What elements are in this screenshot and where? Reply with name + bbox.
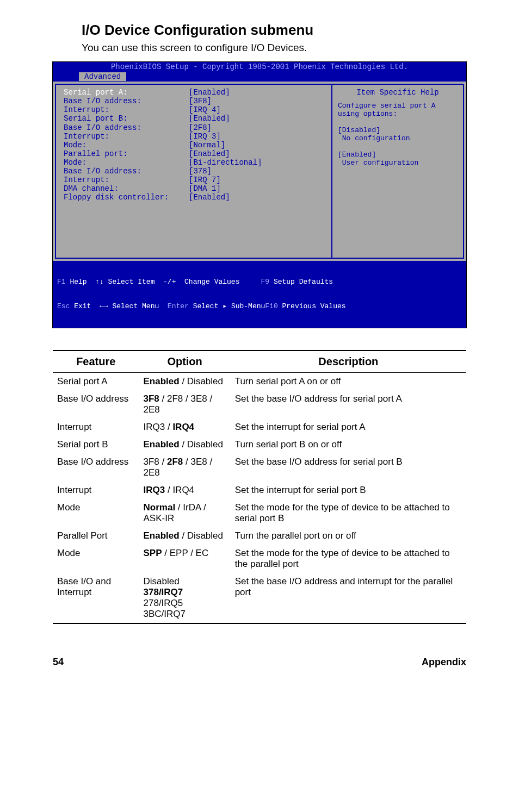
bios-help-title: Item Specific Help	[338, 88, 458, 97]
section-name: Appendix	[422, 657, 466, 668]
table-row: ModeSPP / EPP / ECSet the mode for the t…	[53, 545, 466, 573]
bios-setting-label: Parallel port:	[64, 149, 189, 158]
table-row: Base I/O address3F8 / 2F8 / 3E8 / 2E8Set…	[53, 453, 466, 482]
page-footer: 54 Appendix	[53, 657, 466, 668]
cell-description: Set the mode for the type of device to b…	[231, 499, 466, 527]
bios-setting-value: [378]	[189, 167, 212, 176]
bios-setting-label: Interrupt:	[64, 105, 189, 114]
bios-help-body: Configure serial port A using options: […	[338, 102, 458, 167]
bios-tab-advanced: Advanced	[79, 72, 126, 81]
cell-feature: Mode	[53, 545, 139, 573]
table-row: ModeNormal / IrDA / ASK-IRSet the mode f…	[53, 499, 466, 527]
cell-option: 3F8 / 2F8 / 3E8 / 2E8	[139, 453, 231, 482]
bios-setting-row: Parallel port:[Enabled]	[64, 149, 326, 158]
page-heading: I/O Device Configuration submenu	[82, 22, 486, 39]
bios-setting-label: Interrupt:	[64, 132, 189, 141]
cell-feature: Serial port B	[53, 436, 139, 453]
table-row: Base I/O and InterruptDisabled378/IRQ727…	[53, 573, 466, 623]
bios-setting-label: Serial port B:	[64, 114, 189, 123]
cell-description: Set the base I/O address for serial port…	[231, 453, 466, 482]
bios-setting-value: [Enabled]	[189, 193, 230, 202]
bios-screenshot: PhoenixBIOS Setup - Copyright 1985-2001 …	[52, 61, 467, 328]
bios-setting-value: [IRQ 4]	[189, 105, 221, 114]
cell-description: Set the interrupt for serial port A	[231, 419, 466, 436]
cell-option: Disabled378/IRQ7278/IRQ5 3BC/IRQ7	[139, 573, 231, 623]
bios-setting-value: [Enabled]	[189, 114, 230, 123]
cell-description: Set the mode for the type of device to b…	[231, 545, 466, 573]
cell-option: Enabled / Disabled	[139, 527, 231, 545]
bios-title: PhoenixBIOS Setup - Copyright 1985-2001 …	[53, 62, 466, 72]
cell-option: Enabled / Disabled	[139, 436, 231, 453]
cell-option: Normal / IrDA / ASK-IR	[139, 499, 231, 527]
page-number: 54	[53, 657, 64, 668]
bios-setting-value: [Enabled]	[189, 149, 230, 158]
cell-description: Set the base I/O address and interrupt f…	[231, 573, 466, 623]
bios-setting-row: Interrupt:[IRQ 4]	[64, 105, 326, 114]
col-feature: Feature	[53, 351, 139, 373]
bios-setting-label: Mode:	[64, 141, 189, 149]
cell-option: 3F8 / 2F8 / 3E8 / 2E8	[139, 390, 231, 419]
bios-setting-row: Serial port A:[Enabled]	[64, 88, 326, 97]
bios-setting-label: Base I/O address:	[64, 123, 189, 132]
bios-setting-value: [Bi-directional]	[189, 158, 262, 167]
bios-setting-value: [3F8]	[189, 97, 212, 105]
cell-option: Enabled / Disabled	[139, 373, 231, 391]
cell-feature: Base I/O and Interrupt	[53, 573, 139, 623]
cell-description: Turn the parallel port on or off	[231, 527, 466, 545]
bios-settings-pane: Serial port A:[Enabled]Base I/O address:…	[55, 84, 331, 259]
table-row: Serial port AEnabled / DisabledTurn seri…	[53, 373, 466, 391]
cell-feature: Interrupt	[53, 482, 139, 499]
bios-setting-value: [IRQ 7]	[189, 176, 221, 184]
bios-setting-label: Floppy disk controller:	[64, 193, 189, 202]
cell-option: IRQ3 / IRQ4	[139, 482, 231, 499]
cell-description: Set the interrupt for serial port B	[231, 482, 466, 499]
bios-setting-row: Base I/O address:[3F8]	[64, 97, 326, 105]
bios-setting-label: Mode:	[64, 158, 189, 167]
cell-feature: Base I/O address	[53, 390, 139, 419]
bios-footer: F1 Help ↑↓ Select Item -/+ Change Values…	[53, 261, 466, 328]
cell-description: Set the base I/O address for serial port…	[231, 390, 466, 419]
table-row: Serial port BEnabled / DisabledTurn seri…	[53, 436, 466, 453]
cell-option: IRQ3 / IRQ4	[139, 419, 231, 436]
page-subtitle: You can use this screen to configure I/O…	[82, 42, 486, 54]
bios-setting-label: DMA channel:	[64, 184, 189, 193]
table-row: InterruptIRQ3 / IRQ4Set the interrupt fo…	[53, 419, 466, 436]
feature-table: Feature Option Description Serial port A…	[53, 350, 466, 624]
bios-setting-row: DMA channel:[DMA 1]	[64, 184, 326, 193]
table-row: InterruptIRQ3 / IRQ4Set the interrupt fo…	[53, 482, 466, 499]
bios-setting-row: Serial port B:[Enabled]	[64, 114, 326, 123]
table-row: Base I/O address3F8 / 2F8 / 3E8 / 2E8Set…	[53, 390, 466, 419]
bios-setting-value: [DMA 1]	[189, 184, 221, 193]
cell-description: Turn serial port A on or off	[231, 373, 466, 391]
bios-setting-value: [Normal]	[189, 141, 225, 149]
bios-setting-row: Mode:[Bi-directional]	[64, 158, 326, 167]
table-row: Parallel PortEnabled / DisabledTurn the …	[53, 527, 466, 545]
bios-setting-row: Mode:[Normal]	[64, 141, 326, 149]
bios-setting-label: Serial port A:	[64, 88, 189, 97]
cell-feature: Serial port A	[53, 373, 139, 391]
bios-setting-row: Interrupt:[IRQ 7]	[64, 176, 326, 184]
bios-setting-label: Interrupt:	[64, 176, 189, 184]
bios-setting-row: Interrupt:[IRQ 3]	[64, 132, 326, 141]
bios-setting-row: Floppy disk controller:[Enabled]	[64, 193, 326, 202]
bios-setting-value: [Enabled]	[189, 88, 230, 97]
col-option: Option	[139, 351, 231, 373]
cell-feature: Base I/O address	[53, 453, 139, 482]
cell-option: SPP / EPP / EC	[139, 545, 231, 573]
bios-setting-row: Base I/O address:[2F8]	[64, 123, 326, 132]
bios-setting-value: [2F8]	[189, 123, 212, 132]
cell-feature: Interrupt	[53, 419, 139, 436]
cell-feature: Mode	[53, 499, 139, 527]
bios-setting-row: Base I/O address:[378]	[64, 167, 326, 176]
bios-help-pane: Item Specific Help Configure serial port…	[331, 84, 464, 259]
col-description: Description	[231, 351, 466, 373]
bios-setting-label: Base I/O address:	[64, 167, 189, 176]
cell-description: Turn serial port B on or off	[231, 436, 466, 453]
bios-setting-value: [IRQ 3]	[189, 132, 221, 141]
bios-setting-label: Base I/O address:	[64, 97, 189, 105]
cell-feature: Parallel Port	[53, 527, 139, 545]
